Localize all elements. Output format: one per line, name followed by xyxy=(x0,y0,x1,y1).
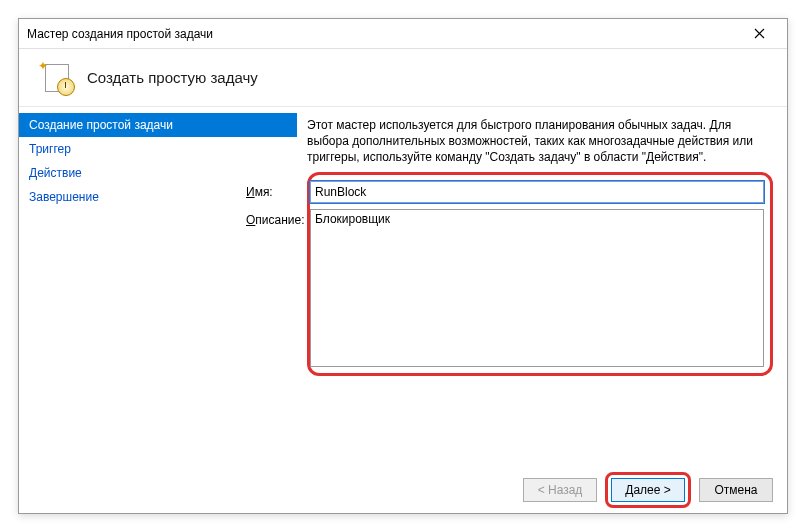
wizard-header: ✦ Создать простую задачу xyxy=(19,49,787,107)
wizard-main-panel: Этот мастер используется для быстрого пл… xyxy=(297,107,787,467)
task-wizard-icon: ✦ xyxy=(41,62,73,94)
window-title: Мастер создания простой задачи xyxy=(27,27,739,41)
description-row: Описание: xyxy=(246,209,764,367)
back-button: < Назад xyxy=(523,478,597,502)
next-button-highlight: Далее > xyxy=(605,472,691,508)
next-button[interactable]: Далее > xyxy=(611,478,685,502)
wizard-footer: < Назад Далее > Отмена xyxy=(19,467,787,513)
intro-text: Этот мастер используется для быстрого пл… xyxy=(307,117,773,166)
close-icon xyxy=(754,28,765,39)
cancel-button[interactable]: Отмена xyxy=(699,478,773,502)
step-create-basic-task[interactable]: Создание простой задачи xyxy=(19,113,297,137)
description-input[interactable] xyxy=(310,209,764,367)
fields-highlight: Имя: Описание: xyxy=(307,172,773,376)
close-button[interactable] xyxy=(739,20,779,48)
step-trigger[interactable]: Триггер xyxy=(19,137,297,161)
description-label: Описание: xyxy=(246,209,310,227)
name-input[interactable] xyxy=(310,181,764,203)
name-row: Имя: xyxy=(246,181,764,203)
wizard-heading: Создать простую задачу xyxy=(87,69,258,86)
name-label: Имя: xyxy=(246,181,310,199)
wizard-body: Создание простой задачи Триггер Действие… xyxy=(19,107,787,467)
wizard-window: Мастер создания простой задачи ✦ Создать… xyxy=(18,18,788,514)
titlebar: Мастер создания простой задачи xyxy=(19,19,787,49)
